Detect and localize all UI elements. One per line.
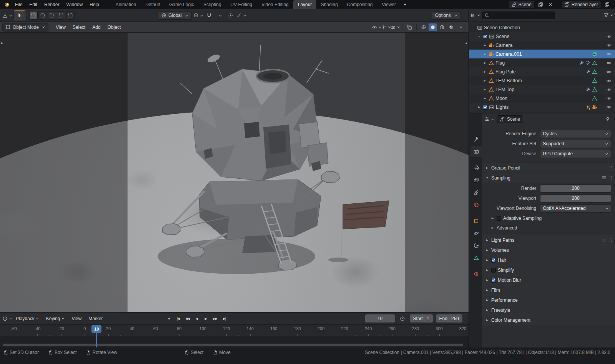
- visibility-eye-icon[interactable]: [605, 87, 613, 92]
- workspace-tab-scripting[interactable]: Scripting: [199, 0, 226, 9]
- disclosure-triangle[interactable]: ▶: [485, 249, 489, 252]
- disclosure-triangle[interactable]: ▶: [485, 319, 489, 322]
- outliner-row-lights[interactable]: ▶Lights5: [469, 103, 615, 111]
- flag-model[interactable]: [327, 196, 396, 265]
- workspace-tab-shading[interactable]: Shading: [316, 0, 342, 9]
- select-circle-tool[interactable]: [48, 11, 56, 20]
- properties-tab-scene[interactable]: [470, 187, 482, 198]
- active-tool-button[interactable]: [14, 10, 25, 20]
- properties-tab-world[interactable]: [470, 199, 482, 210]
- properties-tab-constraints[interactable]: [470, 240, 482, 251]
- shading-dropdown[interactable]: [456, 23, 465, 31]
- xray-toggle[interactable]: [405, 23, 414, 31]
- camera-icon[interactable]: [592, 105, 597, 110]
- mode-dropdown[interactable]: Object Mode: [2, 23, 48, 32]
- collection-checkbox[interactable]: [483, 105, 487, 110]
- transport-record-button[interactable]: ●: [165, 315, 173, 322]
- workspace-tab-viewer[interactable]: Viewer: [377, 0, 401, 9]
- light-count-icon[interactable]: 5: [585, 105, 591, 110]
- panel-checkbox[interactable]: [491, 278, 496, 283]
- properties-editor-type-button[interactable]: [485, 115, 494, 123]
- outliner-row-moon[interactable]: ▶Moon: [469, 94, 615, 103]
- mesh-data-icon[interactable]: [592, 78, 597, 83]
- property-dropdown-device[interactable]: GPU Compute: [540, 150, 611, 158]
- disclosure-triangle[interactable]: ▶: [483, 44, 487, 47]
- disclosure-triangle[interactable]: ▶: [477, 106, 481, 109]
- properties-tab-output[interactable]: [470, 163, 482, 173]
- disclosure-triangle[interactable]: ▶: [483, 79, 487, 82]
- properties-tab-view-layer[interactable]: [470, 175, 482, 186]
- pin-button[interactable]: [603, 115, 612, 123]
- disclosure-triangle[interactable]: ▶: [485, 309, 489, 312]
- menu-render[interactable]: Render: [41, 0, 63, 9]
- drag-dots-icon[interactable]: [609, 238, 612, 242]
- outliner-row-scene[interactable]: ▼Scene: [469, 32, 615, 41]
- workspace-tab-default[interactable]: Default: [141, 0, 165, 9]
- visibility-eye-icon[interactable]: [605, 105, 613, 110]
- sidebar-expand-arrow[interactable]: ◂: [465, 41, 467, 45]
- timeline-track[interactable]: [0, 336, 469, 348]
- transport-play-reverse-button[interactable]: ◀: [193, 315, 201, 322]
- shading-material-button[interactable]: [438, 23, 446, 31]
- outliner-search-input[interactable]: [491, 12, 552, 18]
- current-frame-field[interactable]: 10: [365, 314, 395, 322]
- panel-adaptive-sampling[interactable]: ▶Adaptive Sampling: [482, 213, 615, 223]
- collection-checkbox[interactable]: [483, 34, 487, 39]
- transform-orientation-dropdown[interactable]: Global: [158, 11, 192, 20]
- disclosure-triangle[interactable]: ▶: [490, 226, 495, 229]
- start-frame-field[interactable]: Start 1: [410, 314, 433, 322]
- view-layer-selector[interactable]: RenderLayer: [561, 1, 601, 8]
- transform-pivot-dropdown[interactable]: [194, 12, 203, 19]
- transport-jump-end-button[interactable]: ▶|: [220, 315, 229, 322]
- timeline-ruler[interactable]: -60-40-200204060801001201401601802002202…: [0, 325, 469, 336]
- snapping-toggle[interactable]: [205, 12, 213, 19]
- workspace-tab-video-editing[interactable]: Video Editing: [257, 0, 293, 9]
- panel-checkbox[interactable]: [491, 268, 496, 273]
- panel-performance[interactable]: ▶Performance: [482, 295, 615, 305]
- viewport-menu-add[interactable]: Add: [89, 22, 104, 33]
- panel-checkbox[interactable]: [491, 258, 496, 263]
- panel-light-paths[interactable]: ▶Light Paths: [482, 235, 615, 245]
- menu-window[interactable]: Window: [63, 0, 86, 9]
- mesh-data-icon[interactable]: [592, 87, 597, 92]
- outliner-editor-type-button[interactable]: [471, 12, 480, 19]
- workspace-tab-compositing[interactable]: Compositing: [342, 0, 377, 9]
- transport-prev-keyframe-button[interactable]: ◀◀: [183, 315, 192, 322]
- menu-edit[interactable]: Edit: [26, 0, 41, 9]
- disclosure-triangle[interactable]: ▶: [485, 299, 489, 302]
- timeline-menu-marker[interactable]: Marker: [85, 313, 106, 324]
- property-dropdown-render-engine[interactable]: Cycles: [540, 130, 611, 138]
- disclosure-triangle[interactable]: ▼: [477, 35, 481, 38]
- outliner-row-lem-bottom[interactable]: ▶LEM Bottom: [469, 76, 615, 85]
- outliner-row-flag-pole[interactable]: ▶Flag Pole: [469, 67, 615, 76]
- shading-wireframe-button[interactable]: [419, 23, 428, 31]
- shading-solid-button[interactable]: [429, 23, 437, 31]
- proportional-falloff-dropdown[interactable]: [237, 12, 246, 19]
- workspace-tab-uv-editing[interactable]: UV Editing: [226, 0, 257, 9]
- properties-tab-render[interactable]: [470, 146, 482, 157]
- mesh-data-icon[interactable]: [592, 60, 597, 66]
- unlink-scene-button[interactable]: [546, 1, 555, 8]
- properties-breadcrumb[interactable]: Scene: [497, 115, 523, 123]
- property-number-render[interactable]: 200: [540, 184, 611, 193]
- panel-color-management[interactable]: ▶Color Management: [482, 315, 615, 325]
- mesh-data-icon[interactable]: [592, 69, 597, 75]
- panel-volumes[interactable]: ▶Volumes: [482, 245, 615, 255]
- menu-lines-icon[interactable]: [602, 238, 606, 242]
- proportional-editing-toggle[interactable]: [226, 12, 235, 19]
- select-mode-extra-tool[interactable]: [66, 11, 75, 20]
- disclosure-triangle[interactable]: ▶: [483, 61, 487, 65]
- disclosure-triangle[interactable]: ▶: [485, 259, 489, 262]
- disclosure-triangle[interactable]: ▶: [485, 166, 489, 170]
- timeline-menu-keying[interactable]: Keying: [43, 313, 68, 324]
- menu-help[interactable]: Help: [86, 0, 103, 9]
- blender-logo-icon[interactable]: [4, 2, 10, 7]
- overlays-dropdown[interactable]: [391, 23, 399, 31]
- gizmo-dropdown[interactable]: [382, 23, 390, 31]
- select-box-tool[interactable]: [38, 11, 47, 20]
- drag-dots-icon[interactable]: [609, 166, 612, 170]
- outliner-row-camera-001[interactable]: ▶Camera.001: [469, 50, 615, 58]
- visibility-eye-icon[interactable]: [605, 43, 613, 48]
- playhead[interactable]: 10: [91, 325, 101, 333]
- shading-rendered-button[interactable]: [447, 23, 455, 31]
